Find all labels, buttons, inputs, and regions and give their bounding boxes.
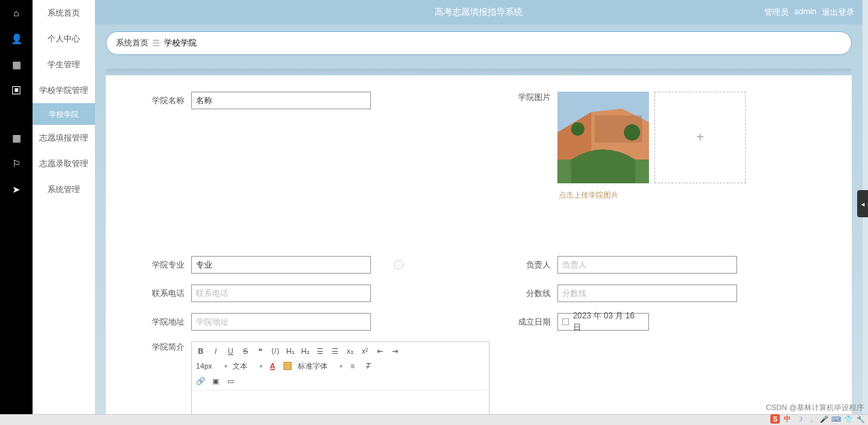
label-owner: 负责人	[513, 259, 551, 271]
input-addr[interactable]	[191, 313, 371, 331]
logout-link[interactable]: 退出登录	[822, 7, 854, 18]
svg-point-6	[624, 124, 640, 141]
label-date: 成立日期	[513, 316, 551, 328]
upload-hint: 点击上传学院图片	[557, 190, 746, 200]
moon-icon[interactable]: ☽	[795, 414, 804, 424]
label-addr: 学院地址	[146, 316, 184, 328]
sidebar-item-apply[interactable]: 志愿填报管理	[33, 125, 95, 151]
grid-icon[interactable]: ▦	[0, 52, 33, 77]
image-preview[interactable]	[557, 92, 649, 183]
label-intro: 学院简介	[146, 341, 184, 353]
underline-icon[interactable]: U	[226, 345, 235, 357]
lang-icon[interactable]: 中	[783, 414, 792, 424]
label-name: 学院名称	[146, 95, 184, 107]
editor-toolbar: B I U S ❝ ⟨/⟩ H₁ H₂ ☰ ☰ x₂ x² ⇤ ⇥	[192, 342, 489, 390]
sup-icon[interactable]: x²	[360, 345, 370, 357]
ol-icon[interactable]: ☰	[315, 345, 325, 357]
indent-icon[interactable]: ⇥	[390, 345, 399, 357]
ime-icon[interactable]: S	[770, 414, 780, 424]
sidebar-item-home[interactable]: 系统首页	[33, 0, 95, 26]
spacer	[0, 103, 33, 125]
text-color-icon[interactable]: A	[268, 360, 277, 372]
label-major: 学院专业	[146, 259, 184, 271]
user-icon[interactable]: 👤	[0, 26, 33, 52]
font-size-select[interactable]: 14px	[196, 362, 227, 370]
calendar-icon	[562, 318, 569, 325]
shirt-icon[interactable]: 👕	[844, 414, 853, 424]
breadcrumb: 系统首页 ☰ 学校学院	[106, 31, 852, 55]
home-icon[interactable]: ⌂	[0, 0, 33, 26]
h1-icon[interactable]: H₁	[285, 345, 295, 357]
icon-sidebar: ⌂ 👤 ▦ 🞕 ▦ ⚐ ➤	[0, 0, 33, 425]
strike-icon[interactable]: S	[241, 345, 250, 357]
taskbar	[0, 414, 868, 425]
input-owner[interactable]	[557, 256, 737, 274]
breadcrumb-home[interactable]: 系统首页	[116, 37, 149, 49]
input-name[interactable]	[191, 92, 371, 109]
breadcrumb-sep: ☰	[153, 39, 160, 48]
date-value: 2023 年 03 月 16 日	[573, 310, 644, 333]
clear-icon[interactable]: –	[394, 260, 403, 270]
mic-icon[interactable]: 🎤	[819, 414, 829, 424]
block-type-select[interactable]: 文本	[233, 361, 262, 371]
svg-point-5	[571, 122, 585, 136]
input-phone[interactable]	[191, 284, 371, 302]
tool-icon[interactable]: 🔧	[856, 414, 865, 424]
quote-icon[interactable]: ❝	[256, 345, 265, 357]
app-title: 高考志愿填报指导系统	[435, 6, 523, 18]
sidebar-item-admit[interactable]: 志愿录取管理	[33, 151, 95, 177]
italic-icon[interactable]: I	[211, 345, 220, 357]
sidebar-item-students[interactable]: 学生管理	[33, 52, 95, 77]
briefcase-icon[interactable]: 🞕	[0, 77, 33, 103]
form-card: 学院名称 学院图片	[106, 75, 852, 420]
keyboard-icon[interactable]: ⌨	[831, 414, 841, 424]
ul-icon[interactable]: ☰	[330, 345, 340, 357]
font-family-select[interactable]: 标准字体	[298, 361, 342, 371]
apps-icon[interactable]: ▦	[0, 125, 33, 151]
bold-icon[interactable]: B	[196, 345, 205, 357]
label-score: 分数线	[513, 288, 551, 299]
link-icon[interactable]: 🔗	[196, 375, 205, 387]
breadcrumb-current: 学校学院	[164, 37, 197, 49]
user-area: 管理员 admin 退出登录	[764, 7, 854, 18]
image-icon[interactable]: ▣	[211, 375, 220, 387]
comma-icon[interactable]: ,	[807, 414, 816, 424]
h2-icon[interactable]: H₂	[300, 345, 310, 357]
user-role: 管理员	[764, 7, 789, 18]
sidebar-subitem-school[interactable]: 学校学院	[33, 103, 95, 125]
plus-icon: +	[696, 130, 705, 145]
sidebar-item-profile[interactable]: 个人中心	[33, 26, 95, 52]
sidebar-item-schools[interactable]: 学校学院管理	[33, 77, 95, 103]
collapse-handle[interactable]: ◂	[857, 190, 868, 217]
watermark: CSDN @基林计算机毕设程序	[766, 403, 864, 413]
sidebar-item-system[interactable]: 系统管理	[33, 177, 95, 202]
user-name: admin	[794, 7, 816, 18]
label-phone: 联系电话	[146, 288, 184, 299]
page-header: 高考志愿填报指导系统 管理员 admin 退出登录	[95, 0, 863, 24]
code-icon[interactable]: ⟨/⟩	[271, 345, 280, 357]
content-area: 系统首页 ☰ 学校学院 学院名称 学院图片	[95, 24, 863, 420]
input-major[interactable]	[191, 256, 371, 274]
spacer-row	[146, 211, 825, 245]
sub-icon[interactable]: x₂	[345, 345, 355, 357]
input-score[interactable]	[557, 284, 737, 302]
text-sidebar: 系统首页 个人中心 学生管理 学校学院管理 学校学院 志愿填报管理 志愿录取管理…	[33, 0, 95, 425]
send-icon[interactable]: ➤	[0, 177, 33, 202]
input-date[interactable]: 2023 年 03 月 16 日	[557, 313, 649, 331]
outdent-icon[interactable]: ⇤	[375, 345, 384, 357]
label-image: 学院图片	[513, 92, 551, 103]
video-icon[interactable]: ▭	[226, 375, 235, 387]
rich-editor: B I U S ❝ ⟨/⟩ H₁ H₂ ☰ ☰ x₂ x² ⇤ ⇥	[191, 341, 490, 420]
flag-icon[interactable]: ⚐	[0, 151, 33, 177]
align-icon[interactable]: ≡	[348, 360, 357, 372]
card-shadow	[106, 69, 852, 75]
bg-color-icon[interactable]	[283, 360, 292, 372]
upload-box[interactable]: +	[654, 92, 746, 183]
system-tray: S 中 ☽ , 🎤 ⌨ 👕 🔧	[770, 414, 865, 424]
clear-format-icon[interactable]: T̶	[363, 360, 372, 372]
